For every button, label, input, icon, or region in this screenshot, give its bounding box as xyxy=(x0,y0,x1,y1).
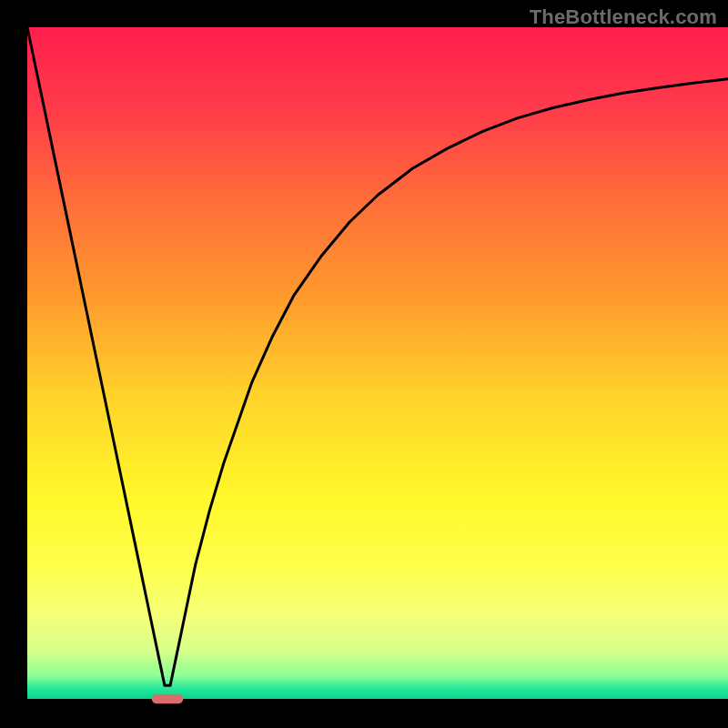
minimum-marker xyxy=(152,694,184,703)
plot-background xyxy=(27,27,728,699)
chart-frame: TheBottleneck.com xyxy=(0,0,728,728)
watermark-text: TheBottleneck.com xyxy=(530,5,717,29)
bottleneck-chart xyxy=(0,0,728,728)
